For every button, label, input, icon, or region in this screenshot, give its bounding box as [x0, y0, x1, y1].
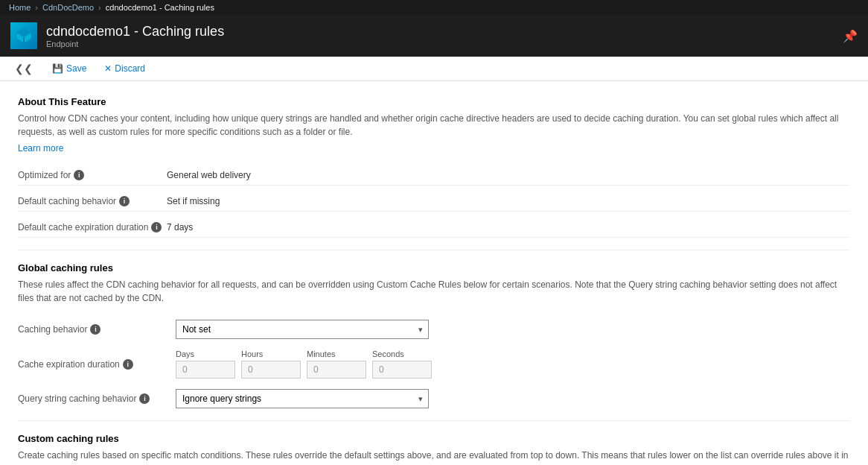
- hours-field: Hours: [241, 349, 301, 379]
- global-caching-title: Global caching rules: [18, 262, 850, 273]
- query-string-select[interactable]: Ignore query strings Bypass caching for …: [176, 389, 429, 408]
- page-title: cdndocdemo1 - Caching rules: [46, 24, 224, 39]
- default-expiration-label: Default cache expiration duration i: [18, 218, 167, 238]
- optimized-value: General web delivery: [167, 165, 850, 186]
- custom-caching-title: Custom caching rules: [18, 433, 850, 444]
- breadcrumb-current: cdndocdemo1 - Caching rules: [106, 3, 214, 12]
- days-field: Days: [176, 349, 235, 379]
- minutes-input[interactable]: [307, 361, 366, 379]
- cache-expiration-info-icon[interactable]: i: [123, 359, 133, 370]
- app-icon: [10, 22, 37, 49]
- seconds-input[interactable]: [372, 361, 432, 379]
- caching-behavior-info-icon[interactable]: i: [90, 324, 100, 335]
- optimized-info-icon[interactable]: i: [74, 170, 84, 180]
- hours-input[interactable]: [241, 361, 301, 379]
- caching-behavior-label: Caching behavior i: [18, 324, 167, 335]
- discard-icon: ✕: [104, 63, 112, 74]
- custom-caching-description: Create caching rules based on specific m…: [18, 449, 850, 465]
- about-title: About This Feature: [18, 96, 850, 107]
- duration-fields: Days Hours Minutes Seconds: [176, 349, 432, 379]
- caching-behavior-select-wrapper: Not set Bypass cache Override Set if mis…: [176, 320, 429, 339]
- pin-icon[interactable]: 📌: [843, 29, 858, 43]
- default-caching-value: Set if missing: [167, 192, 850, 212]
- sidebar-toggle[interactable]: ❮❮: [10, 61, 37, 76]
- toolbar: ❮❮ 💾 Save ✕ Discard: [0, 57, 868, 81]
- hours-label: Hours: [241, 349, 301, 358]
- breadcrumb: Home › CdnDocDemo › cdndocdemo1 - Cachin…: [0, 0, 868, 15]
- breadcrumb-parent[interactable]: CdnDocDemo: [42, 3, 94, 12]
- cache-expiration-label: Cache expiration duration i: [18, 359, 167, 370]
- optimized-label: Optimized for i: [18, 165, 167, 186]
- query-string-info-icon[interactable]: i: [139, 393, 150, 404]
- default-caching-info-icon[interactable]: i: [119, 196, 130, 206]
- default-expiration-value: 7 days: [167, 218, 850, 238]
- default-expiration-info-icon[interactable]: i: [151, 222, 162, 232]
- caching-behavior-select[interactable]: Not set Bypass cache Override Set if mis…: [176, 320, 429, 339]
- query-string-row: Query string caching behavior i Ignore q…: [18, 389, 850, 408]
- discard-button[interactable]: ✕ Discard: [101, 62, 148, 75]
- main-content: About This Feature Control how CDN cache…: [0, 81, 868, 465]
- minutes-field: Minutes: [307, 349, 366, 379]
- cache-expiration-row: Cache expiration duration i Days Hours M…: [18, 349, 850, 379]
- minutes-label: Minutes: [307, 349, 366, 358]
- save-icon: 💾: [52, 63, 63, 74]
- about-description: Control how CDN caches your content, inc…: [18, 112, 850, 139]
- page-header: cdndocdemo1 - Caching rules Endpoint 📌: [0, 15, 868, 57]
- save-button[interactable]: 💾 Save: [49, 62, 89, 75]
- page-subtitle: Endpoint: [46, 39, 224, 48]
- info-grid: Optimized for i General web delivery Def…: [18, 165, 850, 238]
- caching-behavior-row: Caching behavior i Not set Bypass cache …: [18, 320, 850, 339]
- query-string-label: Query string caching behavior i: [18, 393, 167, 404]
- learn-more-link[interactable]: Learn more: [18, 143, 63, 154]
- default-caching-label: Default caching behavior i: [18, 192, 167, 212]
- query-string-select-wrapper: Ignore query strings Bypass caching for …: [176, 389, 429, 408]
- seconds-label: Seconds: [372, 349, 432, 358]
- global-caching-description: These rules affect the CDN caching behav…: [18, 278, 850, 305]
- seconds-field: Seconds: [372, 349, 432, 379]
- days-label: Days: [176, 349, 235, 358]
- breadcrumb-home[interactable]: Home: [9, 3, 31, 12]
- days-input[interactable]: [176, 361, 235, 379]
